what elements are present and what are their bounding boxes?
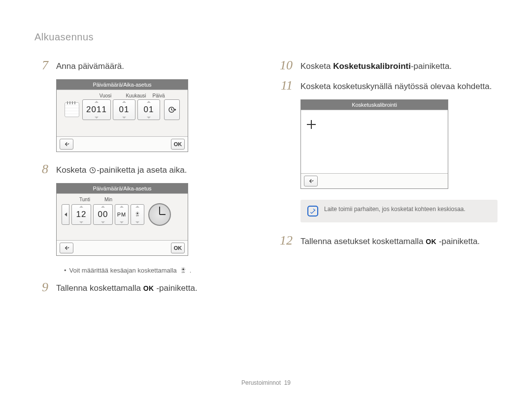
step-9: 9 Tallenna koskettamalla OK -painiketta.	[34, 281, 244, 294]
day-spinner[interactable]: 01	[137, 99, 160, 120]
svg-line-20	[184, 268, 185, 268]
goto-date-button[interactable]	[62, 204, 69, 225]
label-hour: Tunti	[74, 197, 95, 202]
minute-spinner[interactable]: 00	[93, 204, 113, 225]
date-setting-screen: Päivämäärä/Aika-asetus Vuosi Kuukausi Pä…	[56, 79, 188, 152]
dst-note: • Voit määrittää kesäajan koskettamalla …	[64, 267, 244, 274]
label-year: Vuosi	[91, 93, 120, 98]
year-spinner[interactable]: 2011	[82, 99, 111, 120]
info-callout: Laite toimii parhaiten, jos kosketat koh…	[300, 200, 498, 222]
svg-line-11	[136, 214, 137, 215]
ampm-spinner[interactable]: PM	[115, 204, 129, 225]
hour-spinner[interactable]: 12	[71, 204, 91, 225]
step-12: 12 Tallenna asetukset koskettamalla OK -…	[279, 234, 498, 247]
label-month: Kuukausi	[126, 93, 146, 98]
month-spinner[interactable]: 01	[113, 99, 135, 120]
step-number: 7	[34, 59, 48, 72]
dst-spinner[interactable]: OFF	[131, 204, 144, 225]
svg-text:OFF: OFF	[136, 215, 139, 217]
sun-off-icon: OFF	[180, 267, 187, 274]
step-number: 12	[279, 234, 293, 247]
screen-title: Päivämäärä/Aika-asetus	[57, 184, 188, 193]
step-text: Kosketa -painiketta ja aseta aika.	[56, 163, 187, 176]
step-7: 7 Anna päivämäärä.	[34, 59, 244, 72]
svg-line-9	[138, 214, 139, 215]
calibration-area[interactable]	[301, 110, 448, 174]
svg-line-21	[182, 270, 182, 271]
step-10: 10 Kosketa Kosketuskalibrointi-painikett…	[279, 59, 498, 72]
svg-text:OFF: OFF	[181, 272, 185, 274]
ok-icon: OK	[426, 238, 436, 246]
ok-button[interactable]: OK	[171, 139, 185, 150]
info-text: Laite toimii parhaiten, jos kosketat koh…	[324, 206, 466, 213]
svg-line-10	[138, 212, 139, 213]
note-icon	[307, 206, 318, 216]
step-number: 10	[279, 59, 293, 72]
svg-line-8	[136, 212, 137, 213]
step-8: 8 Kosketa -painiketta ja aseta aika.	[34, 163, 244, 176]
goto-time-button[interactable]	[164, 99, 180, 120]
ok-icon: OK	[143, 284, 154, 292]
calendar-icon	[65, 102, 79, 117]
page-footer: Perustoiminnot 19	[0, 379, 532, 386]
step-11: 11 Kosketa kosketuskynällä näytössä olev…	[279, 79, 498, 93]
step-text: Tallenna koskettamalla OK -painiketta.	[56, 281, 198, 294]
back-button[interactable]	[304, 176, 318, 186]
step-number: 11	[279, 79, 293, 93]
screen-title: Päivämäärä/Aika-asetus	[57, 80, 188, 90]
label-min: Min	[98, 197, 119, 202]
analog-clock-icon	[148, 203, 171, 226]
crosshair-icon	[307, 120, 316, 129]
svg-line-18	[182, 268, 182, 268]
svg-point-13	[182, 268, 184, 270]
screen-title: Kosketuskalibrointi	[301, 100, 448, 110]
step-text: Anna päivämäärä.	[56, 59, 124, 72]
touch-calibration-screen: Kosketuskalibrointi	[300, 99, 448, 189]
step-number: 8	[34, 163, 48, 176]
back-button[interactable]	[60, 243, 73, 253]
step-text: Kosketa Kosketuskalibrointi-painiketta.	[300, 59, 452, 72]
right-column: 10 Kosketa Kosketuskalibrointi-painikett…	[279, 59, 498, 301]
left-column: 7 Anna päivämäärä. Päivämäärä/Aika-asetu…	[34, 59, 244, 301]
step-number: 9	[34, 281, 48, 294]
back-button[interactable]	[60, 139, 73, 150]
svg-point-3	[137, 213, 138, 214]
step-text: Kosketa kosketuskynällä näytössä olevaa …	[300, 79, 492, 93]
section-title: Alkuasennus	[34, 31, 94, 43]
ok-button[interactable]: OK	[171, 243, 185, 253]
clock-icon	[89, 166, 97, 174]
time-setting-screen: Päivämäärä/Aika-asetus Tunti Min 12 00 P…	[56, 183, 188, 256]
svg-line-19	[184, 270, 185, 271]
label-day: Päivä	[148, 93, 169, 98]
step-text: Tallenna asetukset koskettamalla OK -pai…	[300, 234, 480, 247]
sun-off-icon: OFF	[134, 210, 140, 219]
